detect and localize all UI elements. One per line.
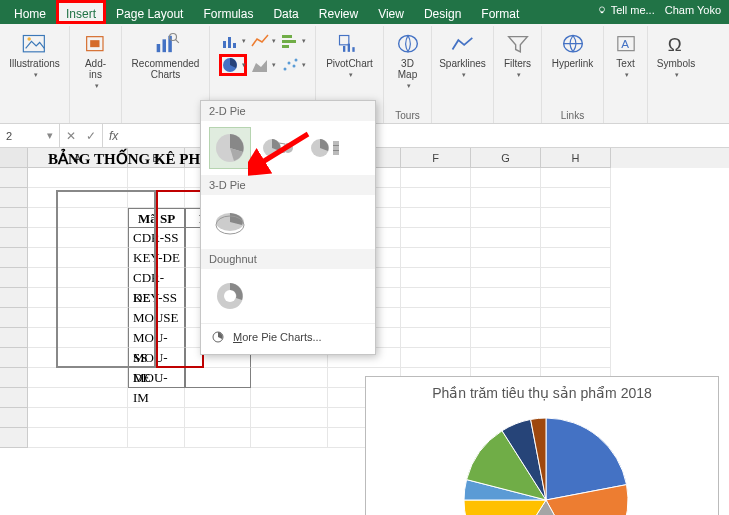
cell[interactable] <box>128 388 185 408</box>
cell[interactable]: MOUSE <box>128 308 185 328</box>
row-header[interactable] <box>0 348 28 368</box>
cell[interactable] <box>541 288 611 308</box>
select-all-corner[interactable] <box>0 148 28 168</box>
name-box[interactable]: 2▾ <box>0 124 60 147</box>
embedded-pie-chart[interactable]: Phần trăm tiêu thụ sản phẩm 2018 ThuThua… <box>365 376 719 515</box>
cell[interactable] <box>28 348 128 368</box>
cell[interactable] <box>541 168 611 188</box>
cell[interactable] <box>401 228 471 248</box>
cell[interactable] <box>471 248 541 268</box>
3d-map-button[interactable]: 3D Map▾ <box>390 30 426 92</box>
cell[interactable]: MOU-IM <box>128 368 185 388</box>
cell[interactable] <box>471 288 541 308</box>
row-header[interactable] <box>0 388 28 408</box>
filters-button[interactable]: Filters▾ <box>500 30 536 81</box>
cell[interactable] <box>28 408 128 428</box>
hyperlink-button[interactable]: Hyperlink <box>548 30 598 71</box>
row-header[interactable] <box>0 188 28 208</box>
cell[interactable] <box>541 268 611 288</box>
cell[interactable] <box>251 428 328 448</box>
cell[interactable] <box>28 368 128 388</box>
cell[interactable] <box>28 248 128 268</box>
cell[interactable] <box>541 208 611 228</box>
row-header[interactable] <box>0 248 28 268</box>
cell[interactable] <box>28 168 128 188</box>
cell[interactable] <box>28 188 128 208</box>
row-header[interactable] <box>0 308 28 328</box>
fx-icon[interactable]: fx <box>103 129 124 143</box>
cell[interactable] <box>471 168 541 188</box>
pie-chart-button[interactable]: ▾ <box>219 54 247 76</box>
row-header[interactable] <box>0 368 28 388</box>
cell[interactable]: Mã SP <box>128 208 185 228</box>
cell[interactable] <box>185 428 251 448</box>
cell[interactable] <box>28 328 128 348</box>
tab-design[interactable]: Design <box>414 0 471 24</box>
cell[interactable] <box>401 208 471 228</box>
tab-review[interactable]: Review <box>309 0 368 24</box>
cell[interactable] <box>471 328 541 348</box>
cell[interactable] <box>401 308 471 328</box>
cell[interactable] <box>28 228 128 248</box>
pie-2d-option[interactable] <box>209 127 251 169</box>
row-header[interactable] <box>0 288 28 308</box>
area-chart-button[interactable]: ▾ <box>249 54 277 76</box>
cell[interactable] <box>471 188 541 208</box>
tab-data[interactable]: Data <box>263 0 308 24</box>
tab-page-layout[interactable]: Page Layout <box>106 0 193 24</box>
cell[interactable] <box>28 308 128 328</box>
cell[interactable] <box>541 348 611 368</box>
cell[interactable] <box>251 388 328 408</box>
tab-formulas[interactable]: Formulas <box>193 0 263 24</box>
enter-formula-icon[interactable]: ✓ <box>86 129 96 143</box>
cell[interactable] <box>401 288 471 308</box>
col-header-G[interactable]: G <box>471 148 541 168</box>
cell[interactable] <box>471 228 541 248</box>
cell[interactable] <box>401 188 471 208</box>
cell[interactable] <box>128 188 185 208</box>
cell[interactable] <box>28 268 128 288</box>
tab-view[interactable]: View <box>368 0 414 24</box>
tab-insert[interactable]: Insert <box>56 0 106 24</box>
cell[interactable] <box>128 168 185 188</box>
addins-button[interactable]: Add- ins▾ <box>76 30 115 92</box>
cell[interactable] <box>541 188 611 208</box>
row-header[interactable] <box>0 228 28 248</box>
row-header[interactable] <box>0 328 28 348</box>
text-button[interactable]: A Text▾ <box>608 30 644 81</box>
col-header-H[interactable]: H <box>541 148 611 168</box>
cell[interactable] <box>471 308 541 328</box>
symbols-button[interactable]: Ω Symbols▾ <box>653 30 699 81</box>
line-chart-button[interactable]: ▾ <box>249 30 277 52</box>
col-header-F[interactable]: F <box>401 148 471 168</box>
scatter-chart-button[interactable]: ▾ <box>279 54 307 76</box>
pie-3d-option[interactable] <box>209 201 251 243</box>
cell[interactable]: MOU-DE <box>128 348 185 368</box>
row-header[interactable] <box>0 408 28 428</box>
tab-home[interactable]: Home <box>4 0 56 24</box>
cell[interactable] <box>401 348 471 368</box>
cell[interactable] <box>128 408 185 428</box>
sparklines-button[interactable]: Sparklines▾ <box>435 30 490 81</box>
cell[interactable] <box>28 208 128 228</box>
cell[interactable] <box>401 248 471 268</box>
doughnut-option[interactable] <box>209 275 251 317</box>
cell[interactable] <box>251 368 328 388</box>
cell[interactable] <box>541 248 611 268</box>
cell[interactable] <box>28 388 128 408</box>
cell[interactable]: KEY-SS <box>128 288 185 308</box>
row-header[interactable] <box>0 208 28 228</box>
tell-me[interactable]: Tell me... <box>597 4 655 16</box>
cell[interactable] <box>128 428 185 448</box>
cell[interactable] <box>28 428 128 448</box>
cell[interactable] <box>401 168 471 188</box>
illustrations-button[interactable]: Illustrations▾ <box>5 30 64 81</box>
bar-chart-button[interactable]: ▾ <box>279 30 307 52</box>
cell[interactable]: CDR-SS <box>128 228 185 248</box>
user-name[interactable]: Cham Yoko <box>665 4 721 16</box>
cell[interactable] <box>185 368 251 388</box>
cell[interactable] <box>251 408 328 428</box>
cell[interactable]: KEY-DE <box>128 248 185 268</box>
cell[interactable] <box>541 228 611 248</box>
cell[interactable] <box>401 328 471 348</box>
